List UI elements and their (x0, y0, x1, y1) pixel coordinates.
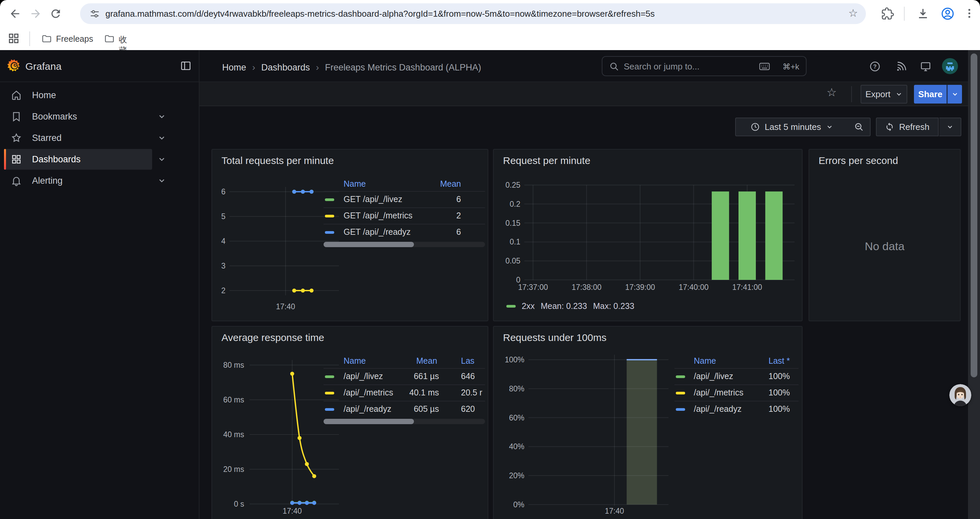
sidebar-item-bookmarks[interactable]: Bookmarks (0, 107, 199, 127)
legend-scrollbar[interactable] (323, 419, 485, 424)
legend-header-name[interactable]: Name (344, 179, 366, 189)
browser-forward-icon[interactable] (29, 7, 42, 20)
series-swatch (676, 375, 685, 378)
user-avatar[interactable] (942, 58, 958, 74)
legend-row[interactable]: /api/_/metrics 40.1 ms 20.5 r (323, 385, 485, 401)
svg-text:0.2: 0.2 (510, 200, 520, 208)
chevron-down-icon[interactable] (158, 155, 166, 164)
sidebar-item-alerting[interactable]: Alerting (0, 171, 199, 191)
legend-header-name[interactable]: Name (344, 356, 366, 366)
breadcrumb-home[interactable]: Home (222, 62, 246, 72)
legend-row[interactable]: GET /api/_/readyz 6 (323, 224, 485, 240)
legend-table: Name Last * /api/_/livez 100% /api/_/met… (675, 354, 799, 417)
share-menu-button[interactable] (947, 85, 962, 104)
legend-header: Name Mean Las (323, 354, 485, 368)
sidebar-toggle-icon[interactable] (180, 60, 191, 72)
screen: grafana.mathmast.com/d/deytv4rwavabkb/fr… (0, 0, 980, 519)
sidebar-divider (199, 50, 199, 519)
series-name[interactable]: 2xx (522, 301, 535, 311)
legend-row[interactable]: /api/_/readyz 605 µs 620 (323, 401, 485, 417)
series-name[interactable]: GET /api/_/metrics (344, 211, 413, 220)
bar-chart[interactable]: 0.250.20.150.10.05017:37:0017:38:0017:39… (494, 170, 803, 303)
panel-requests-under-100ms: Requests under 100ms 100%80%60%40%20%0%1… (493, 326, 803, 519)
svg-text:0 s: 0 s (234, 500, 244, 508)
browser-back-icon[interactable] (9, 7, 21, 20)
panel-title[interactable]: Request per minute (503, 155, 590, 166)
series-swatch (325, 375, 334, 378)
legend-row[interactable]: GET /api/_/livez 6 (323, 191, 485, 208)
chevron-down-icon[interactable] (158, 134, 166, 142)
assistant-avatar[interactable] (949, 384, 971, 406)
search-input[interactable]: Search or jump to... ⌘+k (602, 56, 807, 76)
site-settings-icon[interactable] (89, 9, 100, 19)
export-button[interactable]: Export (861, 85, 907, 104)
legend-header-last[interactable]: Last * (768, 356, 790, 366)
url-bar[interactable]: grafana.mathmast.com/d/deytv4rwavabkb/fr… (80, 3, 866, 24)
monitor-icon[interactable] (920, 61, 931, 72)
legend-scrollbar[interactable] (323, 242, 485, 247)
series-name[interactable]: GET /api/_/readyz (344, 227, 410, 237)
legend-header-mean[interactable]: Mean (416, 356, 437, 366)
chevron-down-icon[interactable] (158, 176, 166, 185)
series-name[interactable]: /api/_/readyz (694, 404, 741, 414)
svg-text:3: 3 (221, 262, 226, 270)
toolbar-divider (904, 7, 905, 21)
sidebar-item-home[interactable]: Home (0, 86, 199, 105)
profile-icon[interactable] (941, 7, 955, 21)
legend-header-mean[interactable]: Mean (440, 179, 461, 189)
page-scrollbar[interactable] (968, 50, 980, 519)
apps-grid-icon[interactable] (8, 33, 19, 44)
series-name[interactable]: /api/_/livez (694, 371, 733, 381)
news-rss-icon[interactable] (895, 61, 907, 72)
chevron-down-icon[interactable] (158, 112, 166, 121)
svg-text:17:39:00: 17:39:00 (625, 283, 655, 292)
svg-text:6: 6 (221, 187, 226, 196)
browser-menu-icon[interactable] (963, 7, 975, 19)
extensions-icon[interactable] (881, 7, 894, 20)
legend-row[interactable]: /api/_/metrics 100% (675, 385, 799, 401)
legend-row[interactable]: /api/_/readyz 100% (675, 401, 799, 417)
sidebar-item-dashboards[interactable]: Dashboards (0, 150, 199, 170)
series-last: 100% (768, 388, 790, 398)
legend-row[interactable]: /api/_/livez 100% (675, 368, 799, 385)
legend-header: Name Mean (323, 177, 485, 191)
refresh-label: Refresh (899, 122, 929, 132)
panel-title[interactable]: Requests under 100ms (503, 332, 606, 343)
series-last: 20.5 r (461, 388, 482, 398)
svg-text:17:40: 17:40 (283, 507, 302, 515)
grafana-header: Grafana Home›Dashboards›Freeleaps Metric… (0, 50, 980, 82)
breadcrumb-dashboards[interactable]: Dashboards (261, 62, 310, 72)
url-text[interactable]: grafana.mathmast.com/d/deytv4rwavabkb/fr… (105, 9, 846, 19)
zoom-out-time-button[interactable] (848, 118, 870, 136)
panel-title[interactable]: Errors per second (819, 155, 898, 166)
download-icon[interactable] (916, 7, 929, 20)
sidebar-item-starred[interactable]: Starred (0, 128, 199, 148)
legend-row[interactable]: /api/_/livez 661 µs 646 (323, 368, 485, 385)
time-range-picker[interactable]: Last 5 minutes (735, 118, 849, 136)
share-button[interactable]: Share (914, 85, 947, 104)
series-last: 100% (768, 371, 790, 381)
refresh-button[interactable]: Refresh (876, 118, 939, 136)
bookmark-star-icon[interactable]: ☆ (848, 7, 858, 19)
dashboards-icon (11, 153, 22, 165)
series-name[interactable]: /api/_/livez (344, 371, 383, 381)
legend-row[interactable]: GET /api/_/metrics 2 (323, 208, 485, 224)
legend-header-last[interactable]: Las (461, 356, 474, 366)
search-icon (609, 61, 619, 72)
favorite-dashboard-star-icon[interactable]: ☆ (827, 86, 837, 99)
series-name[interactable]: GET /api/_/livez (344, 194, 402, 204)
series-name[interactable]: /api/_/metrics (694, 388, 743, 398)
svg-text:80 ms: 80 ms (223, 361, 244, 369)
grafana-logo[interactable] (7, 58, 22, 73)
help-icon[interactable]: ? (869, 61, 881, 72)
series-name[interactable]: /api/_/metrics (344, 388, 393, 398)
legend: 2xx Mean: 0.233 Max: 0.233 (506, 301, 635, 311)
browser-reload-icon[interactable] (49, 7, 62, 20)
svg-text:5: 5 (221, 212, 226, 221)
panel-title[interactable]: Average response time (221, 332, 324, 343)
legend-header-name[interactable]: Name (694, 356, 716, 366)
page-scrollbar-thumb[interactable] (970, 53, 977, 377)
series-name[interactable]: /api/_/readyz (344, 404, 391, 414)
refresh-interval-button[interactable] (939, 118, 961, 136)
panel-title[interactable]: Total requests per minute (221, 155, 334, 166)
